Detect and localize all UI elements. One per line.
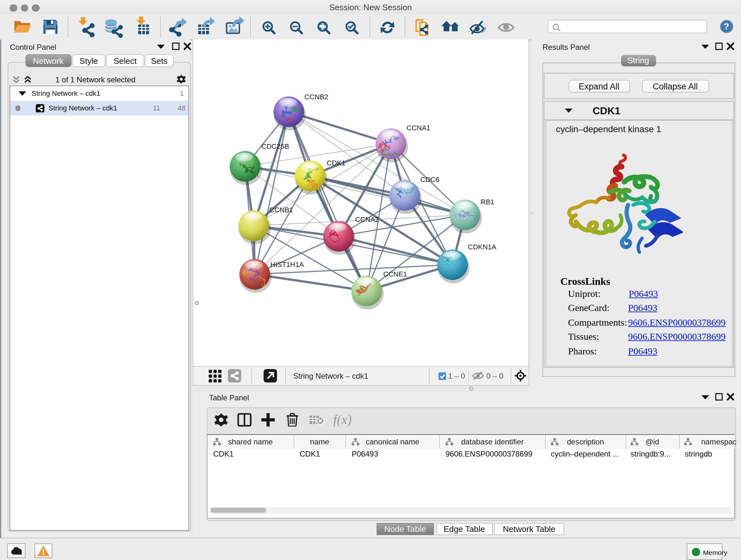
svg-text:CDK1: CDK1	[327, 159, 345, 167]
svg-text:HIST1H1A: HIST1H1A	[270, 260, 304, 268]
svg-text:CDC6: CDC6	[420, 176, 439, 184]
svg-text:RB1: RB1	[480, 198, 494, 206]
svg-text:CCNB1: CCNB1	[269, 206, 293, 214]
svg-text:CDKN1A: CDKN1A	[468, 243, 496, 251]
svg-text:CDC25B: CDC25B	[261, 142, 289, 150]
svg-text:CCNA1: CCNA1	[406, 124, 430, 132]
svg-text:CCNA2: CCNA2	[355, 215, 379, 224]
svg-text:CCNB2: CCNB2	[304, 93, 328, 101]
svg-text:CCNE1: CCNE1	[383, 270, 407, 278]
